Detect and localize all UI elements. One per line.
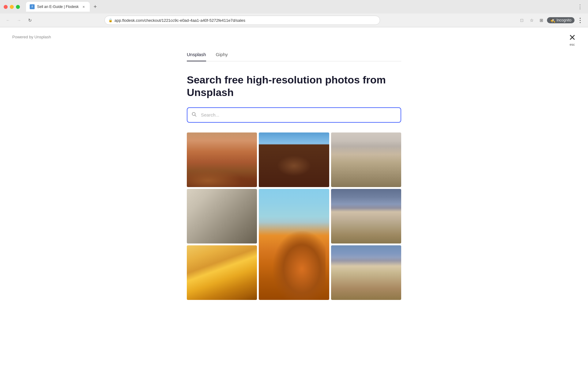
photo-item-6[interactable]: [331, 189, 401, 243]
incognito-badge: 🕵 Incognito: [547, 17, 575, 23]
photo-item-5[interactable]: [259, 189, 329, 300]
browser-toolbar-right: ⊡ ☆ ⊞ 🕵 Incognito ⋮: [518, 16, 584, 25]
photo-col-2: [259, 132, 329, 300]
tab-bar: f Sell an E-Guide | Flodesk ✕ +: [26, 2, 573, 12]
toolbar-right: ⋮: [576, 2, 584, 11]
tab-giphy[interactable]: Giphy: [216, 52, 228, 61]
url-text: app.flodesk.com/checkout/1221cc9c-e0ad-4…: [115, 18, 245, 23]
cast-button[interactable]: ⊡: [518, 16, 526, 25]
search-icon: [192, 112, 197, 118]
page-content: Powered by Unsplash ✕ esc Unsplash Giphy…: [0, 27, 588, 357]
forward-button[interactable]: →: [15, 16, 23, 25]
main-container: Unsplash Giphy Search free high-resoluti…: [187, 27, 401, 300]
browser-chrome: f Sell an E-Guide | Flodesk ✕ + ⋮ ← → ↻ …: [0, 0, 588, 27]
close-x-icon: ✕: [569, 33, 576, 42]
tab-close-button[interactable]: ✕: [81, 4, 86, 9]
powered-by-label: Powered by Unsplash: [12, 35, 51, 39]
new-tab-button[interactable]: +: [91, 2, 100, 11]
tab-favicon: f: [30, 4, 35, 9]
url-bar[interactable]: 🔒 app.flodesk.com/checkout/1221cc9c-e0ad…: [104, 16, 380, 25]
svg-line-1: [195, 115, 196, 116]
browser-titlebar: f Sell an E-Guide | Flodesk ✕ + ⋮: [0, 0, 588, 13]
window-controls: [4, 5, 20, 9]
close-window-button[interactable]: [4, 5, 8, 9]
photo-item-1[interactable]: [187, 132, 257, 187]
address-bar: ← → ↻ 🔒 app.flodesk.com/checkout/1221cc9…: [0, 13, 588, 27]
minimize-window-button[interactable]: [10, 5, 14, 9]
photo-item-8[interactable]: [331, 245, 401, 300]
photo-col-1: [187, 132, 257, 300]
close-esc-label: esc: [570, 43, 575, 46]
search-container: [187, 107, 401, 123]
source-tabs: Unsplash Giphy: [187, 52, 401, 61]
back-button[interactable]: ←: [4, 16, 12, 25]
bookmark-button[interactable]: ☆: [527, 16, 536, 25]
browser-menu-button[interactable]: ⋮: [576, 16, 584, 25]
photo-item-3[interactable]: [331, 132, 401, 187]
photo-item-2[interactable]: [259, 132, 329, 187]
photo-item-7[interactable]: [187, 245, 257, 300]
photo-item-4[interactable]: [187, 189, 257, 243]
tab-title: Sell an E-Guide | Flodesk: [37, 5, 79, 9]
close-button[interactable]: ✕ esc: [569, 33, 576, 46]
lock-icon: 🔒: [108, 18, 113, 22]
incognito-label: Incognito: [556, 18, 571, 22]
photo-grid: [187, 132, 401, 300]
extensions-button[interactable]: ⊞: [537, 16, 546, 25]
active-tab[interactable]: f Sell an E-Guide | Flodesk ✕: [26, 2, 90, 12]
maximize-window-button[interactable]: [16, 5, 20, 9]
more-options-button[interactable]: ⋮: [576, 2, 584, 11]
search-input[interactable]: [187, 107, 401, 123]
photo-col-3: [331, 132, 401, 300]
reload-button[interactable]: ↻: [26, 16, 34, 25]
tab-unsplash[interactable]: Unsplash: [187, 52, 206, 61]
page-heading: Search free high-resolution photos from …: [187, 74, 401, 99]
